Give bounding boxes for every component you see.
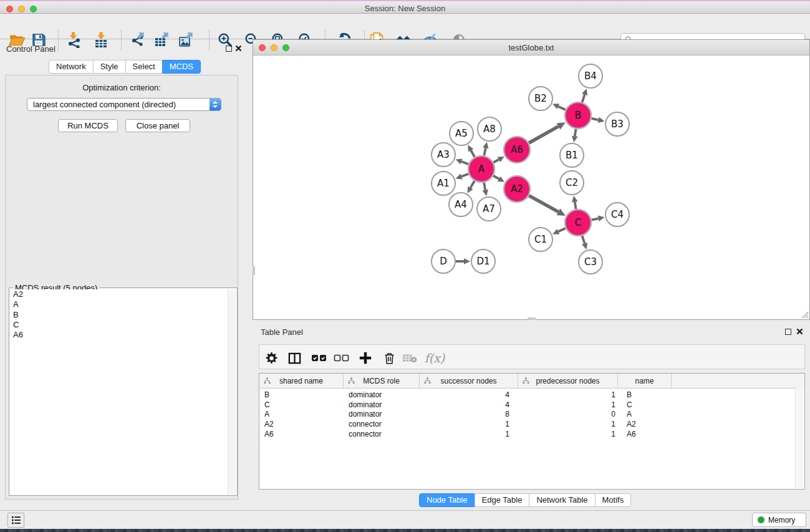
table-cell: A6 (259, 430, 344, 438)
result-item: A6 (10, 330, 229, 340)
clear-table-icon[interactable] (402, 350, 418, 366)
task-history-button[interactable] (7, 513, 24, 528)
graph-node-B[interactable]: B (565, 102, 591, 128)
graph-edge-A-A6[interactable] (493, 157, 504, 163)
graph-edge-A-A7[interactable] (483, 183, 488, 196)
table-panel-float-icon[interactable] (785, 329, 791, 335)
table-row[interactable]: A2connector11A2 (259, 419, 804, 429)
table-cell: B (618, 390, 672, 399)
run-mcds-button[interactable]: Run MCDS (58, 119, 118, 132)
tab-network[interactable]: Network (49, 60, 94, 74)
graph-edge-C-C3[interactable] (582, 236, 587, 249)
graph-node-A1[interactable]: A1 (432, 172, 455, 195)
delete-columns-icon[interactable] (381, 350, 397, 366)
memory-button[interactable]: Memory (752, 513, 806, 527)
control-panel-float-icon[interactable] (226, 46, 232, 52)
graph-node-A[interactable]: A (468, 156, 494, 182)
network-graph[interactable]: AA1A2A3A4A5A6A7A8BB1B2B3B4CC1C2C3C4DD1 (253, 56, 809, 319)
window-resize-grip[interactable] (801, 311, 809, 319)
graph-edge-C-C1[interactable] (552, 228, 566, 235)
table-scrollbar[interactable] (795, 388, 804, 488)
import-table-icon[interactable] (93, 32, 109, 48)
optimization-criterion-select[interactable]: largest connected component (directed) (27, 98, 221, 111)
table-panel-close-icon[interactable] (796, 328, 803, 335)
tab-network-table[interactable]: Network Table (529, 493, 595, 507)
graph-edge-A2-C[interactable] (529, 196, 566, 216)
graph-edge-A-A2[interactable] (493, 176, 504, 182)
tab-node-table[interactable]: Node Table (419, 493, 475, 507)
tab-edge-table[interactable]: Edge Table (475, 493, 530, 507)
table-row[interactable]: Bdominator41B (259, 390, 804, 400)
table-row[interactable]: A6connector11A6 (259, 429, 804, 439)
select-all-columns-icon[interactable] (311, 350, 327, 366)
graph-node-C2[interactable]: C2 (560, 171, 584, 195)
tab-style[interactable]: Style (93, 60, 126, 74)
tab-mcds[interactable]: MCDS (162, 60, 201, 74)
network-window-titlebar: testGlobe.txt (253, 40, 809, 56)
graph-edge-A-A1[interactable] (456, 174, 469, 180)
graph-edge-A6-B[interactable] (529, 122, 566, 143)
function-builder-button[interactable]: f(x) (424, 350, 445, 366)
graph-node-A2[interactable]: A2 (504, 176, 530, 202)
graph-edge-B-B3[interactable] (591, 117, 604, 123)
graph-node-B4[interactable]: B4 (579, 64, 602, 88)
graph-edge-B-B4[interactable] (582, 89, 587, 102)
graph-node-A5[interactable]: A5 (450, 122, 473, 145)
table-options-gear-icon[interactable] (263, 350, 279, 366)
graph-node-C4[interactable]: C4 (605, 203, 629, 226)
vertical-scroll-thumb[interactable] (253, 266, 255, 275)
table-row[interactable]: Adominator80A (259, 409, 804, 419)
graph-node-C3[interactable]: C3 (579, 250, 602, 274)
column-header-successor-nodes[interactable]: successor nodes (420, 374, 518, 388)
mcds-result-list[interactable]: A2ABCA6 (10, 289, 229, 495)
graph-node-B3[interactable]: B3 (605, 112, 629, 136)
export-network-icon[interactable] (130, 32, 146, 48)
graph-node-A7[interactable]: A7 (477, 197, 501, 221)
select-stepper-icon[interactable] (210, 99, 221, 110)
graph-edge-A-A3[interactable] (456, 158, 469, 164)
graph-node-A8[interactable]: A8 (478, 117, 501, 141)
column-header-shared-name[interactable]: shared name (259, 374, 344, 388)
column-header-predecessor-nodes[interactable]: predecessor nodes (518, 374, 618, 388)
export-image-icon[interactable] (178, 32, 194, 48)
graph-edge-A-A8[interactable] (483, 142, 488, 156)
graph-node-A4[interactable]: A4 (449, 193, 473, 216)
table-row[interactable]: Cdominator41C (259, 400, 804, 410)
table-header-row: shared nameMCDS rolesuccessor nodesprede… (259, 374, 804, 389)
graph-edge-C-C4[interactable] (592, 216, 605, 221)
close-panel-button[interactable]: Close panel (125, 119, 190, 132)
column-header-name[interactable]: name (618, 374, 672, 388)
tab-motifs[interactable]: Motifs (595, 493, 632, 507)
table-cell: 1 (518, 400, 618, 409)
export-table-icon[interactable] (153, 32, 170, 48)
graph-node-label: B (575, 110, 581, 121)
graph-edge-A-A5[interactable] (468, 145, 475, 157)
graph-edge-B-B1[interactable] (572, 129, 577, 143)
add-column-icon[interactable] (357, 350, 374, 366)
import-network-icon[interactable] (67, 32, 83, 48)
graph-node-A6[interactable]: A6 (504, 137, 530, 163)
graph-node-C[interactable]: C (565, 210, 591, 236)
graph-edge-A-A4[interactable] (468, 181, 475, 193)
graph-edge-B-B2[interactable] (552, 104, 566, 110)
graph-node-B1[interactable]: B1 (560, 143, 584, 167)
graph-edge-C-C2[interactable] (572, 196, 577, 210)
graph-node-A3[interactable]: A3 (432, 143, 455, 167)
graph-edge-D-D1[interactable] (456, 258, 470, 264)
column-header-mcds-role[interactable]: MCDS role (344, 374, 420, 388)
graph-node-D1[interactable]: D1 (471, 249, 495, 273)
graph-node-D[interactable]: D (432, 249, 455, 273)
result-scrollbar[interactable] (228, 289, 236, 495)
network-canvas[interactable]: AA1A2A3A4A5A6A7A8BB1B2B3B4CC1C2C3C4DD1 (253, 56, 809, 319)
network-view-window: testGlobe.txt AA1A2A3A4A5A6A7A8BB1B2B3B4… (253, 39, 810, 320)
graph-node-B2[interactable]: B2 (529, 87, 552, 110)
table-cell: C (259, 400, 344, 409)
control-panel-close-icon[interactable] (235, 45, 242, 52)
unselect-all-columns-icon[interactable] (333, 350, 349, 366)
show-columns-icon[interactable] (286, 350, 302, 366)
graph-node-C1[interactable]: C1 (529, 228, 552, 251)
table-panel-title: Table Panel (261, 327, 303, 337)
node-table: shared nameMCDS rolesuccessor nodesprede… (259, 373, 805, 490)
horizontal-scroll-thumb[interactable] (528, 317, 536, 320)
tab-select[interactable]: Select (125, 60, 163, 74)
